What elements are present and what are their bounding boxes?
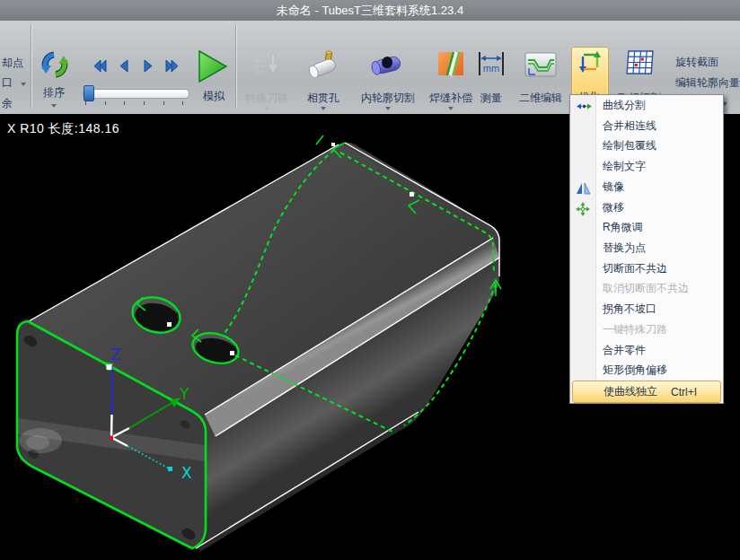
chevron-down-icon <box>321 107 326 110</box>
grip-marker[interactable] <box>230 351 234 355</box>
step-forward-button[interactable] <box>142 59 154 73</box>
window-title: 未命名 - TubesT三维套料系统1.23.4 <box>277 3 463 19</box>
origin-marker <box>110 436 114 441</box>
menu-item-one-key-special-toolpath: 一键特殊刀路 <box>570 319 723 340</box>
optimize-icon <box>578 50 602 74</box>
menu-item-make-curve-independent[interactable]: 使曲线独立 Ctrl+I <box>572 381 721 403</box>
grip-marker[interactable] <box>331 143 335 146</box>
menu-item-merge-parts[interactable]: 合并零件 <box>570 340 723 361</box>
menu-item-label: 合并相连线 <box>603 118 656 134</box>
grip-marker[interactable] <box>167 322 172 327</box>
nudge-icon <box>576 202 590 216</box>
x-axis-label: X <box>181 464 192 482</box>
curve-split-icon <box>576 101 593 112</box>
simulation-slider-handle[interactable] <box>84 85 94 101</box>
rewind-button[interactable] <box>92 59 107 73</box>
tube-body[interactable] <box>17 143 500 552</box>
svg-text:mm: mm <box>483 63 499 74</box>
edit-2d-icon <box>524 52 557 79</box>
weld-compensation-icon <box>437 50 464 77</box>
menu-item-label: 一键特殊刀路 <box>603 322 667 337</box>
special-toolpath-icon <box>253 51 280 78</box>
menu-item-label: 取消切断面不共边 <box>603 281 689 296</box>
simulation-slider-track[interactable] <box>83 89 189 99</box>
slider-tick <box>163 101 164 105</box>
flying-cut-icon <box>626 50 655 75</box>
edit-2d-label: 二维编辑 <box>519 91 562 106</box>
menu-item-label: 拐角不坡口 <box>603 302 656 317</box>
menu-item-rect-chamfer-offset[interactable]: 矩形倒角偏移 <box>570 361 723 381</box>
z-axis-label: Z <box>110 346 121 363</box>
special-toolpath-label: 特殊刀路 <box>245 91 288 106</box>
simulate-button-label: 模拟 <box>203 89 225 104</box>
inner-contour-cut-label: 内轮廓切割 <box>361 91 415 106</box>
end-face-highlight-core <box>26 435 49 450</box>
application-window: 未命名 - TubesT三维套料系统1.23.4 却点 口 余 排序 <box>0 0 740 560</box>
step-back-button[interactable] <box>118 59 130 73</box>
menu-item-label: 曲线分割 <box>603 98 646 113</box>
menu-item-r-corner-fine-tune[interactable]: R角微调 <box>570 217 723 238</box>
menu-item-corner-no-bevel[interactable]: 拐角不坡口 <box>570 299 723 319</box>
menu-item-label: 切断面不共边 <box>603 261 667 276</box>
chevron-down-icon <box>448 107 454 110</box>
menu-item-label: 微移 <box>603 200 624 215</box>
slider-tick <box>85 101 86 105</box>
menu-item-nudge[interactable]: 微移 <box>570 197 723 218</box>
menu-item-label: R角微调 <box>603 220 643 235</box>
slider-tick <box>124 101 125 105</box>
menu-item-label: 绘制包覆线 <box>603 138 656 153</box>
title-bar: 未命名 - TubesT三维套料系统1.23.4 <box>0 0 740 22</box>
chevron-down-icon <box>21 83 26 86</box>
y-axis-label: Y <box>179 385 189 403</box>
optimize-dropdown-menu: 曲线分割 合并相连线 绘制包覆线 绘制文字 镜像 微移 R角微调 替换为点 切断… <box>569 94 724 404</box>
status-readout: X R10 长度:148.16 <box>7 121 119 137</box>
menu-item-cut-faces-not-shared[interactable]: 切断面不共边 <box>570 258 723 279</box>
slider-tick <box>144 101 145 105</box>
menu-item-merge-connected-lines[interactable]: 合并相连线 <box>570 116 723 136</box>
slider-tick <box>105 101 106 105</box>
menu-item-label: 使曲线独立 <box>603 384 657 399</box>
group-separator <box>31 24 31 109</box>
menu-item-label: 替换为点 <box>603 241 646 256</box>
rotate-section-button[interactable]: 旋转截面 <box>675 55 718 70</box>
inner-contour-cut-icon <box>371 53 405 78</box>
chevron-down-icon <box>385 107 391 110</box>
chevron-down-icon <box>264 107 269 110</box>
menu-item-shortcut: Ctrl+I <box>671 386 697 398</box>
menu-item-draw-text[interactable]: 绘制文字 <box>570 156 723 177</box>
measure-icon: mm <box>477 50 506 77</box>
clipped-button-bevel[interactable]: 口 <box>2 75 13 91</box>
group-separator <box>235 24 236 109</box>
menu-item-cancel-cut-faces-not-shared: 取消切断面不共边 <box>570 279 723 300</box>
chevron-down-icon <box>51 104 57 108</box>
clipped-button-cooling-point[interactable]: 却点 <box>2 56 23 71</box>
menu-item-label: 合并零件 <box>603 343 646 358</box>
play-icon <box>197 49 229 83</box>
menu-item-curve-split[interactable]: 曲线分割 <box>570 95 723 116</box>
slider-tick <box>182 101 183 105</box>
edit-contour-vector-button[interactable]: 编辑轮廓向量 <box>675 75 740 91</box>
grip-marker[interactable] <box>107 364 112 370</box>
menu-item-label: 绘制文字 <box>603 159 646 174</box>
fast-forward-button[interactable] <box>165 59 180 73</box>
x-axis-endpoint-icon <box>168 467 172 471</box>
intersecting-hole-label: 相贯孔 <box>307 91 339 106</box>
weld-compensation-label: 焊缝补偿 <box>429 91 472 106</box>
sort-button-label: 排序 <box>43 85 65 101</box>
mirror-icon <box>576 182 591 195</box>
measure-label: 测量 <box>480 91 502 106</box>
menu-item-draw-wrapping-line[interactable]: 绘制包覆线 <box>570 136 723 156</box>
menu-item-label: 矩形倒角偏移 <box>603 363 667 378</box>
menu-item-replace-with-point[interactable]: 替换为点 <box>570 238 723 258</box>
intersecting-hole-icon <box>307 48 341 79</box>
menu-item-mirror[interactable]: 镜像 <box>570 177 723 197</box>
clipped-button-erase[interactable]: 余 <box>2 96 13 111</box>
sort-sync-icon <box>40 49 70 80</box>
grip-marker[interactable] <box>410 192 414 197</box>
menu-item-label: 镜像 <box>603 179 624 195</box>
